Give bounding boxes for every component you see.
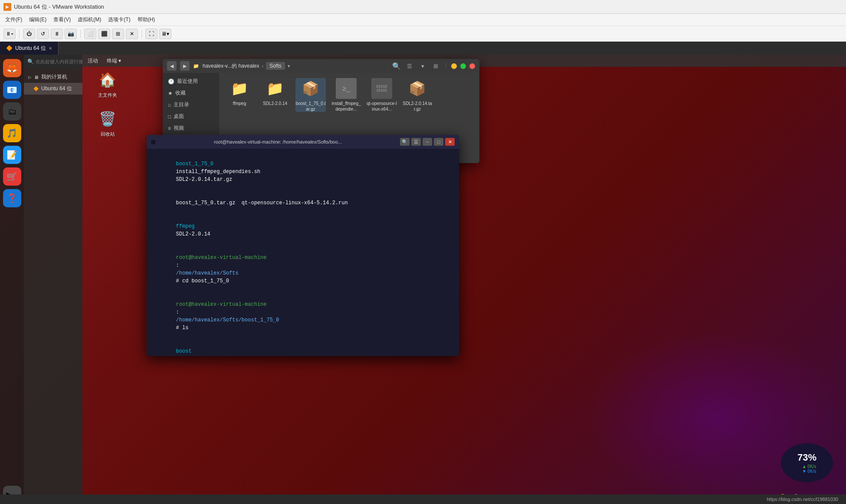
dock-email[interactable]: 📧 xyxy=(3,81,21,99)
fm-path-bar: havealex-v...的 havealex › Softs ▾ xyxy=(203,62,388,70)
file-ffmpeg-label: ffmpeg xyxy=(233,101,246,106)
net-percent: 73% xyxy=(797,452,816,463)
term-search-btn[interactable]: 🔍 xyxy=(400,138,410,146)
terminal-window: ⊞ root@havealex-virtual-machine: /home/h… xyxy=(147,135,459,356)
fm-path-sep: › xyxy=(262,63,264,69)
terminal-menu-label[interactable]: 终端 ▾ xyxy=(107,57,121,65)
fm-bookmarks[interactable]: ★ 收藏 xyxy=(163,87,219,99)
fm-view-dropdown[interactable]: ▾ xyxy=(418,61,427,71)
home-sidebar-icon: ⌂ xyxy=(168,102,171,108)
ubuntu-dock: 🦊 📧 🗂 🎵 📝 🛒 ❓ ▶_ xyxy=(0,55,24,504)
dock-music[interactable]: 🎵 xyxy=(3,124,21,142)
term-line-2: boost_1_75_0.tar.gz qt-opensource-linux-… xyxy=(151,191,455,215)
file-boost-label: boost_1_75_0.tar.gz xyxy=(295,101,326,112)
fm-path-dropdown-arrow[interactable]: ▾ xyxy=(288,63,290,69)
tab-label: Ubuntu 64 位 xyxy=(15,45,46,52)
sidebar-my-computer[interactable]: ▷ 🖥 我的计算机 xyxy=(24,71,82,83)
computer-icon: 🖥 xyxy=(34,75,39,80)
view-btn-2[interactable]: ⬛ xyxy=(98,29,110,39)
term-menu-btn[interactable]: ☰ xyxy=(411,138,421,146)
fm-path-root: havealex-v...的 havealex xyxy=(203,62,259,70)
ubuntu-icon: 🔶 xyxy=(33,86,39,91)
dock-appstore[interactable]: 🛒 xyxy=(3,167,21,186)
fm-maximize-btn[interactable] xyxy=(460,63,466,69)
net-widget-inner: 73% ▲ 0K/s ▼ 0K/s xyxy=(797,452,816,474)
clock-icon: 🕐 xyxy=(168,79,174,85)
dock-files[interactable]: 🗂 xyxy=(3,102,21,121)
term-close-btn[interactable]: ✕ xyxy=(445,138,455,146)
archive-icon-sdl2: 📦 xyxy=(407,78,428,99)
file-qt-label: qt-opensource-linux-x64... xyxy=(367,101,397,112)
fm-videos[interactable]: ≡ 视频 xyxy=(163,122,219,134)
file-sdl2-label: SDL2-2.0.14 xyxy=(263,101,287,106)
sidebar-search-bar: 🔍 xyxy=(24,55,82,69)
fm-view-list[interactable]: ☰ xyxy=(405,61,414,71)
menu-tabs[interactable]: 选项卡(T) xyxy=(105,15,134,24)
vm-desktop[interactable]: 🦊 📧 🗂 🎵 📝 🛒 ❓ ▶_ 🔍 ▷ 🖥 我的计算机 🔶 Ubuntu 64… xyxy=(0,55,846,504)
display-btn[interactable]: 🖥▾ xyxy=(159,29,171,39)
fm-desktop[interactable]: □ 桌面 xyxy=(163,111,219,122)
file-ffmpeg[interactable]: 📁 ffmpeg xyxy=(224,78,255,112)
terminal-win-btns: 🔍 ☰ − □ ✕ xyxy=(400,138,455,146)
fm-forward-btn[interactable]: ▶ xyxy=(180,61,190,71)
activities-label[interactable]: 活动 xyxy=(88,57,98,65)
view-btn-4[interactable]: ✕ xyxy=(126,29,138,39)
toolbar-sep-3 xyxy=(141,29,142,38)
sidebar-ubuntu[interactable]: 🔶 Ubuntu 64 位 xyxy=(24,83,82,95)
toolbar-sep-2 xyxy=(80,29,81,38)
dock-help[interactable]: ❓ xyxy=(3,189,21,207)
fm-minimize-btn[interactable] xyxy=(451,63,457,69)
fm-back-btn[interactable]: ◀ xyxy=(167,61,177,71)
terminal-body[interactable]: boost_1_75_0 install_ffmpeg_dependies.sh… xyxy=(147,149,459,356)
fm-home[interactable]: ⌂ 主目录 xyxy=(163,99,219,111)
dock-firefox[interactable]: 🦊 xyxy=(3,59,21,77)
fm-path-softs[interactable]: Softs xyxy=(266,62,285,70)
file-sdl2-archive-label: SDL2-2.0.14.tar.gz xyxy=(402,101,433,112)
menu-edit[interactable]: 编辑(E) xyxy=(26,15,50,24)
menu-help[interactable]: 帮助(H) xyxy=(134,15,159,24)
fm-view-grid[interactable]: ⊞ xyxy=(431,61,440,71)
tab-ubuntu[interactable]: 🔶 Ubuntu 64 位 ✕ xyxy=(0,42,59,55)
term-min-btn[interactable]: − xyxy=(423,138,432,146)
pause-btn[interactable]: ⏸▾ xyxy=(3,29,16,39)
view-btn-3[interactable]: ⊞ xyxy=(112,29,124,39)
search-icon: 🔍 xyxy=(27,59,34,65)
menu-vm[interactable]: 虚拟机(M) xyxy=(74,15,105,24)
file-sdl2[interactable]: 📁 SDL2-2.0.14 xyxy=(260,78,290,112)
fm-recent[interactable]: 🕐 最近使用 xyxy=(163,75,219,87)
status-bar: https://blog.csdn.net/ccf19881030 xyxy=(0,494,846,504)
term-max-btn[interactable]: □ xyxy=(434,138,443,146)
star-icon: ★ xyxy=(168,90,173,96)
ubuntu-sidebar-panel: 🔍 ▷ 🖥 我的计算机 🔶 Ubuntu 64 位 xyxy=(24,55,82,504)
menu-view[interactable]: 查看(V) xyxy=(50,15,74,24)
desktop-icon-home[interactable]: 🏠 主文件夹 xyxy=(95,68,120,100)
view-btn-1[interactable]: ⬜ xyxy=(84,29,96,39)
terminal-icon: ⊞ xyxy=(151,139,156,145)
power-btn[interactable]: ⏻ xyxy=(23,29,35,39)
file-boost-archive[interactable]: 📦 boost_1_75_0.tar.gz xyxy=(295,78,326,112)
net-speeds: ▲ 0K/s ▼ 0K/s xyxy=(802,464,816,474)
tab-close-btn[interactable]: ✕ xyxy=(49,46,52,51)
fm-close-btn[interactable] xyxy=(469,63,475,69)
desktop-icon-trash[interactable]: 🗑️ 回收站 xyxy=(95,107,120,139)
file-install-script[interactable]: ≥_ install_ffmpeg_dependie... xyxy=(331,78,361,112)
file-qt-run[interactable]: 0101010101 qt-opensource-linux-x64... xyxy=(367,78,397,112)
restart-btn[interactable]: ↺ xyxy=(37,29,49,39)
fm-search-btn[interactable]: 🔍 xyxy=(392,61,401,71)
vmware-titlebar: ▶ Ubuntu 64 位 - VMware Workstation xyxy=(0,0,846,14)
vmware-toolbar: ⏸▾ ⏻ ↺ ⏸ 📷 ⬜ ⬛ ⊞ ✕ ⛶ 🖥▾ xyxy=(0,26,846,42)
file-sdl2-archive[interactable]: 📦 SDL2-2.0.14.tar.gz xyxy=(402,78,433,112)
folder-icon-sdl2: 📁 xyxy=(265,78,285,99)
fm-folder-icon: 📁 xyxy=(193,63,199,69)
file-install-label: install_ffmpeg_dependie... xyxy=(331,101,361,112)
net-down-arrow: ▼ 0K/s xyxy=(802,469,816,474)
suspend-btn[interactable]: ⏸ xyxy=(51,29,63,39)
net-up-arrow: ▲ 0K/s xyxy=(802,464,816,469)
term-cmd-2: root@havealex-virtual-machine : /home/ha… xyxy=(151,293,455,340)
dock-writer[interactable]: 📝 xyxy=(3,146,21,164)
snapshot-btn[interactable]: 📷 xyxy=(65,29,77,39)
menu-file[interactable]: 文件(F) xyxy=(2,15,26,24)
fullscreen-btn[interactable]: ⛶ xyxy=(145,29,157,39)
fm-bookmarks-label: 收藏 xyxy=(175,89,186,97)
home-icon: 🏠 xyxy=(97,69,118,90)
